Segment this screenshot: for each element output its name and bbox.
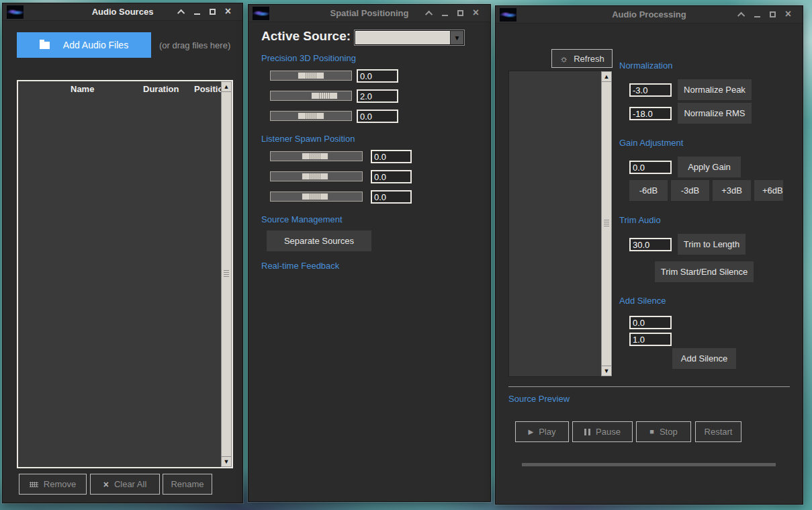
active-source-label: Active Source: [261,29,351,44]
peak-db-entry[interactable] [629,83,672,97]
add-silence-label: Add Silence [619,296,666,306]
stop-label: Stop [660,427,678,437]
gain-plus-3db-button[interactable]: +3dB [713,180,751,201]
gain-minus-3db-button[interactable]: -3dB [671,180,709,201]
realtime-feedback-label: Real-time Feedback [261,261,339,271]
maximize-button[interactable] [453,7,468,20]
slider-handle[interactable] [302,153,328,160]
slider-handle[interactable] [298,112,324,120]
listener-x-slider[interactable] [270,151,363,161]
precision-y-slider[interactable] [270,91,352,101]
pause-button[interactable]: Pause [572,421,633,442]
waveform-window-icon [7,5,24,19]
precision-x-entry[interactable] [357,69,398,83]
remove-button[interactable]: Remove [19,474,87,495]
trim-to-length-button[interactable]: Trim to Length [678,234,746,255]
scroll-down-icon: ▼ [604,368,610,374]
column-header-name[interactable]: Name [71,84,94,94]
scrollbar-thumb[interactable] [601,82,612,366]
maximize-button[interactable] [765,8,780,22]
waveform-window-icon [500,8,516,22]
close-button[interactable]: × [780,8,796,22]
precision-y-entry[interactable] [357,89,398,103]
trim-silence-button[interactable]: Trim Start/End Silence [655,261,754,282]
scrollbar-thumb[interactable] [221,92,232,456]
listener-x-entry[interactable] [371,150,412,163]
add-audio-files-label: Add Audio Files [63,40,128,50]
trim-length-entry[interactable] [629,238,672,251]
separate-sources-button[interactable]: Separate Sources [267,230,371,251]
minimize-icon [754,16,760,17]
precision-z-slider[interactable] [270,111,352,121]
silence-duration-entry[interactable] [629,333,672,346]
slider-handle[interactable] [302,193,328,200]
waveform-window-icon [253,7,269,20]
spatial-titlebar[interactable]: Spatial Positioning × [249,5,490,22]
close-button[interactable]: × [220,5,236,19]
preview-progress-bar[interactable] [522,463,776,466]
scroll-up-button[interactable]: ▲ [601,71,612,82]
refresh-label: Refresh [574,54,604,64]
list-scrollbar[interactable]: ▲ ▼ [221,81,232,467]
gain-minus-6db-button[interactable]: -6dB [629,180,668,201]
silence-position-entry[interactable] [629,316,672,329]
listener-z-entry[interactable] [371,190,412,204]
gain-adjustment-label: Gain Adjustment [619,138,683,148]
source-management-label: Source Management [261,214,343,224]
precision-x-slider[interactable] [270,71,352,81]
apply-gain-button[interactable]: Apply Gain [678,157,741,177]
add-audio-files-button[interactable]: Add Audio Files [17,32,151,58]
stop-button[interactable]: ■ Stop [636,421,691,442]
precision-z-entry[interactable] [357,110,398,123]
source-preview-label: Source Preview [508,394,570,404]
minimize-button[interactable] [750,8,765,22]
dropdown-button[interactable]: ▼ [450,31,463,44]
gain-plus-6db-button[interactable]: +6dB [754,180,783,201]
close-button[interactable]: × [468,7,484,20]
listener-z-slider[interactable] [270,192,363,202]
play-button[interactable]: ▶ Play [515,421,569,442]
minimize-button[interactable] [437,7,453,20]
pause-icon [584,429,586,435]
normalize-peak-button[interactable]: Normalize Peak [678,79,752,100]
dropdown-arrow-icon: ▼ [454,34,461,42]
column-header-duration[interactable]: Duration [143,84,179,94]
restart-button[interactable]: Restart [695,421,741,442]
add-silence-button[interactable]: Add Silence [672,348,736,369]
normalize-rms-button[interactable]: Normalize RMS [678,103,752,124]
processing-titlebar[interactable]: Audio Processing × [496,6,803,24]
clear-all-label: Clear All [114,479,146,489]
active-source-dropdown[interactable]: ▼ [355,30,464,45]
listener-y-slider[interactable] [270,171,363,181]
minimize-button[interactable] [189,5,205,19]
scroll-up-icon: ▲ [224,84,230,90]
rms-db-entry[interactable] [629,107,672,120]
close-icon: × [225,6,231,17]
processing-source-list[interactable]: ▲ ▼ [508,71,613,377]
shade-button[interactable] [734,8,750,22]
refresh-button[interactable]: ☼ Refresh [551,49,613,68]
maximize-button[interactable] [205,5,220,19]
shade-button[interactable] [422,7,437,20]
scroll-down-button[interactable]: ▼ [601,366,612,376]
slider-handle[interactable] [311,92,338,99]
active-source-value[interactable] [355,31,450,44]
audio-sources-list[interactable]: Name Duration Position ▲ ▼ [17,80,233,468]
shade-button[interactable] [174,5,189,19]
slider-handle[interactable] [302,173,328,180]
scroll-down-button[interactable]: ▼ [221,456,232,467]
scroll-up-button[interactable]: ▲ [221,81,232,92]
rename-label: Rename [171,479,204,489]
rename-button[interactable]: Rename [163,474,212,495]
listener-y-entry[interactable] [371,170,412,183]
scroll-up-icon: ▲ [604,74,610,80]
list-scrollbar[interactable]: ▲ ▼ [601,71,612,376]
close-icon: × [473,7,479,18]
audio-sources-titlebar[interactable]: Audio Sources × [3,3,242,21]
audio-processing-window: Audio Processing × ☼ Refresh ▲ ▼ Normali… [495,5,803,505]
remove-icon [30,482,38,487]
clear-all-button[interactable]: × Clear All [90,474,160,495]
maximize-icon [457,10,463,16]
gain-db-entry[interactable] [629,161,672,174]
slider-handle[interactable] [298,72,324,79]
